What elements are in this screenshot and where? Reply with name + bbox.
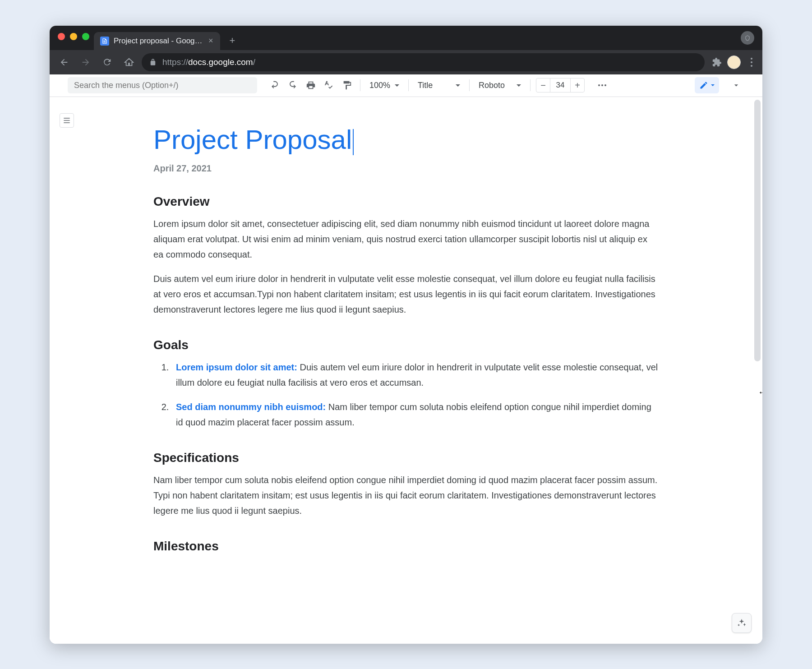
undo-button[interactable]: [267, 78, 282, 93]
window-maximize-button[interactable]: [82, 33, 89, 40]
heading-specifications[interactable]: Specifications: [153, 451, 659, 465]
zoom-select[interactable]: 100%: [366, 78, 403, 93]
document-page[interactable]: Project Proposal April 27, 2021 Overview…: [153, 97, 659, 554]
addressbar-actions: [712, 55, 757, 69]
extensions-icon[interactable]: [712, 57, 722, 67]
nav-home-button[interactable]: [120, 53, 138, 71]
docs-toolbar: 100% Title Roboto − +: [50, 74, 762, 97]
font-family-select[interactable]: Roboto: [475, 78, 525, 93]
document-scroll-area[interactable]: ↔ Project Proposal April 27, 2021 Overvi…: [50, 97, 762, 644]
nav-reload-button[interactable]: [98, 53, 116, 71]
browser-window: Project proposal - Google Docs × + https…: [50, 26, 762, 644]
redo-button[interactable]: [285, 78, 300, 93]
tab-title: Project proposal - Google Docs: [114, 37, 204, 46]
new-tab-button[interactable]: +: [225, 33, 240, 48]
editing-mode-button[interactable]: [695, 77, 719, 93]
browser-addressbar: https://docs.google.com/: [50, 50, 762, 74]
caret-down-icon: [711, 84, 715, 86]
window-minimize-button[interactable]: [70, 33, 77, 40]
window-controls: [58, 33, 89, 40]
zoom-value: 100%: [369, 81, 390, 90]
tab-close-button[interactable]: ×: [208, 36, 213, 46]
paragraph[interactable]: Lorem ipsum dolor sit amet, consectetuer…: [153, 216, 659, 262]
heading-overview[interactable]: Overview: [153, 194, 659, 209]
collapse-toolbar-button[interactable]: [728, 77, 744, 93]
font-size-decrease-button[interactable]: −: [536, 78, 550, 92]
browser-tab[interactable]: Project proposal - Google Docs ×: [94, 32, 220, 50]
caret-down-icon: [517, 84, 521, 87]
resize-cursor-icon: ↔: [758, 387, 762, 397]
document-date[interactable]: April 27, 2021: [153, 163, 659, 174]
font-size-increase-button[interactable]: +: [571, 78, 584, 92]
paragraph[interactable]: Nam liber tempor cum soluta nobis eleife…: [153, 472, 659, 518]
paragraph-style-value: Title: [418, 81, 433, 90]
document-title[interactable]: Project Proposal: [153, 124, 659, 155]
paragraph-style-select[interactable]: Title: [414, 78, 464, 93]
list-item[interactable]: Sed diam nonummy nibh euismod: Nam liber…: [171, 399, 659, 430]
goal-label[interactable]: Sed diam nonummy nibh euismod:: [176, 402, 326, 412]
chrome-menu-button[interactable]: [746, 58, 757, 67]
scrollbar-thumb[interactable]: [754, 100, 761, 361]
docs-favicon-icon: [100, 37, 109, 46]
goal-label[interactable]: Lorem ipsum dolor sit amet:: [176, 362, 297, 372]
paragraph[interactable]: Duis autem vel eum iriure dolor in hendr…: [153, 271, 659, 317]
menu-search-input[interactable]: [68, 77, 257, 93]
print-button[interactable]: [303, 78, 318, 93]
chrome-user-avatar[interactable]: [727, 55, 741, 69]
lock-icon: [149, 58, 157, 66]
spellcheck-button[interactable]: [321, 78, 337, 93]
caret-down-icon: [456, 84, 460, 87]
list-item[interactable]: Lorem ipsum dolor sit amet: Duis autem v…: [171, 360, 659, 390]
explore-button[interactable]: [732, 613, 752, 633]
font-size-group: − +: [536, 78, 585, 92]
text-caret: [353, 129, 354, 155]
heading-milestones[interactable]: Milestones: [153, 539, 659, 554]
goals-list[interactable]: Lorem ipsum dolor sit amet: Duis autem v…: [153, 360, 659, 430]
nav-forward-button[interactable]: [77, 53, 95, 71]
document-outline-button[interactable]: [60, 113, 74, 128]
window-close-button[interactable]: [58, 33, 65, 40]
paint-format-button[interactable]: [339, 78, 355, 93]
heading-goals[interactable]: Goals: [153, 338, 659, 352]
font-family-value: Roboto: [479, 81, 505, 90]
toolbar-more-button[interactable]: [595, 84, 610, 86]
sparkle-icon: [737, 618, 747, 628]
url-text: https://docs.google.com/: [162, 57, 255, 67]
font-size-input[interactable]: [550, 78, 571, 92]
caret-down-icon: [395, 84, 399, 87]
nav-back-button[interactable]: [55, 53, 73, 71]
vertical-scrollbar[interactable]: [754, 100, 761, 361]
browser-tabbar: Project proposal - Google Docs × +: [50, 26, 762, 50]
chrome-profile-button[interactable]: [741, 31, 754, 45]
pencil-icon: [699, 81, 708, 90]
url-bar[interactable]: https://docs.google.com/: [142, 53, 705, 71]
